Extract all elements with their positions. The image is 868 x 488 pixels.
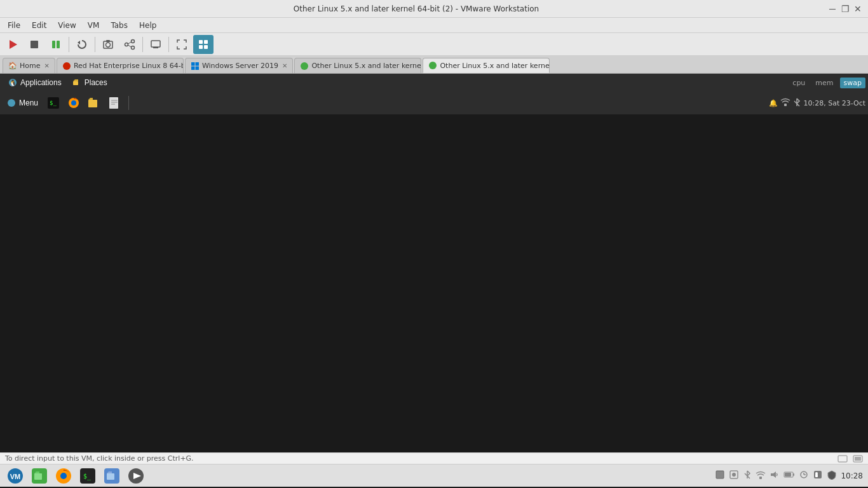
host-volume-icon [770,470,780,482]
host-right-status [837,455,863,463]
svg-rect-114 [838,456,847,462]
svg-rect-28 [73,81,78,85]
svg-rect-20 [191,62,195,66]
tab-linux1[interactable]: Other Linux 5.x and later kerne... ✕ [294,58,421,73]
system-indicators: cpu mem swap [789,78,865,88]
window-title: Other Linux 5.x and later kernel 64-bit … [5,4,827,13]
svg-rect-131 [759,477,762,479]
guest-bottom-bar: Menu $_ 🔔 [0,92,868,114]
host-network-icon [756,470,766,482]
host-firefox-button[interactable] [53,466,74,486]
host-files-button[interactable] [29,466,50,486]
tray-icon-1 [715,470,725,482]
menu-view[interactable]: View [53,20,81,31]
menu-label: Menu [19,98,38,107]
fit-screen-button[interactable] [172,35,192,54]
host-vmware-player-button[interactable] [126,466,146,486]
clock-display: 10:28, Sat 23-Oct [803,99,865,107]
notification-icon: 🔔 [769,99,778,107]
svg-rect-108 [88,100,97,107]
minimize-button[interactable]: ─ [827,4,837,14]
status-text: To direct input to this VM, click inside… [5,454,194,463]
tab-win2019-label: Windows Server 2019 [202,62,278,70]
host-vmware-logo[interactable]: VM [5,466,25,486]
guest-applications-menu[interactable]: 🐧 Applications [3,76,67,89]
tab-linux2-label: Other Linux 5.x and later kerne... [440,62,550,70]
svg-point-103 [8,99,15,107]
host-files-alt-button[interactable] [102,466,122,486]
svg-text:$_: $_ [83,473,92,480]
bottom-separator [128,96,129,110]
tray-icon-2 [729,470,739,482]
tab-home-label: Home [20,62,40,70]
toolbar-separator-1 [69,37,69,52]
host-taskbar: VM $_ [0,464,868,487]
svg-rect-15 [199,40,203,44]
menu-help[interactable]: Help [134,20,161,31]
maximize-button[interactable]: ❐ [840,4,850,14]
svg-rect-13 [151,41,160,47]
tab-home-close[interactable]: ✕ [44,62,49,69]
linux2-tab-icon [428,61,437,70]
bluetooth-icon [793,97,801,109]
svg-rect-17 [199,45,203,49]
svg-rect-21 [195,62,199,66]
fit-icon [853,455,863,463]
guest-menu-button[interactable]: Menu [3,94,42,112]
guest-terminal-button[interactable]: $_ [44,94,62,112]
svg-rect-23 [195,66,199,70]
power-off-button[interactable] [24,35,44,54]
svg-rect-120 [34,473,42,480]
places-label: Places [85,78,107,87]
toolbar [0,33,868,56]
svg-rect-3 [57,41,60,48]
svg-point-122 [60,473,67,479]
svg-point-24 [301,62,308,70]
title-bar: Other Linux 5.x and later kernel 64-bit … [0,0,868,18]
svg-point-19 [63,62,71,70]
host-system-tray: 10:28 [715,470,863,482]
svg-point-6 [106,43,111,47]
reset-button[interactable] [72,35,92,54]
menu-file[interactable]: File [3,20,25,31]
tab-rhel[interactable]: Red Hat Enterprise Linux 8 64-bit ✕ [57,58,184,73]
svg-rect-126 [107,473,114,480]
host-bluetooth-icon [743,470,752,482]
menu-edit[interactable]: Edit [27,20,51,31]
tab-win2019-close[interactable]: ✕ [282,62,287,69]
guest-texteditor-button[interactable] [105,94,123,112]
svg-rect-135 [785,473,791,477]
tray-more-1 [799,470,809,482]
snapshot-button[interactable] [98,35,118,54]
menu-tabs[interactable]: Tabs [105,20,133,31]
svg-rect-116 [855,457,861,461]
unity-button[interactable] [193,35,214,54]
menu-vm[interactable]: VM [83,20,105,31]
applications-label: Applications [20,78,62,87]
host-terminal-button[interactable]: $_ [78,466,98,486]
host-security-icon [827,470,837,482]
linux1-tab-icon [300,62,309,71]
host-clock: 10:28 [841,471,863,480]
vm-area[interactable]: 🐧 Applications Places cpu mem swap [0,74,868,452]
tab-win2019[interactable]: Windows Server 2019 ✕ [185,58,294,73]
toolbar-separator-2 [95,37,95,52]
svg-point-10 [132,46,135,49]
host-status-bar: To direct input to this VM, click inside… [0,452,868,464]
toolbar-separator-3 [142,37,143,52]
close-button[interactable]: ✕ [853,4,863,14]
guest-firefox-button[interactable] [65,94,83,112]
send-ctrl-alt-del-button[interactable] [146,35,166,54]
tab-linux2[interactable]: Other Linux 5.x and later kerne... ✕ [423,58,550,73]
tab-home[interactable]: 🏠 Home ✕ [3,58,55,73]
guest-files-button[interactable] [85,94,103,112]
svg-rect-22 [191,66,195,70]
tabs-bar: 🏠 Home ✕ Red Hat Enterprise Linux 8 64-b… [0,56,868,74]
svg-marker-0 [10,40,17,49]
suspend-button[interactable] [46,35,66,54]
manage-snapshots-button[interactable] [119,35,140,54]
guest-top-bar: 🐧 Applications Places cpu mem swap [0,74,868,92]
svg-rect-18 [204,45,208,49]
power-on-button[interactable] [3,35,23,54]
guest-places-menu[interactable]: Places [67,76,112,89]
